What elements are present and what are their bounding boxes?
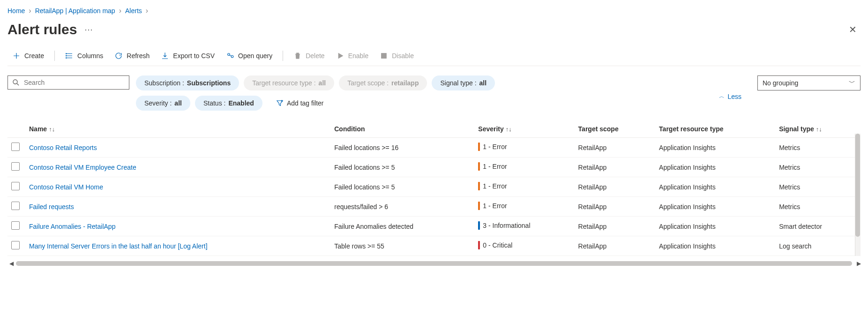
grouping-select[interactable]: No grouping ﹀ — [757, 75, 861, 90]
search-input[interactable] — [7, 75, 129, 90]
scroll-right-icon[interactable]: ▶ — [855, 260, 861, 267]
rule-signal-type: Log search — [779, 242, 811, 250]
severity-bar-icon — [478, 162, 480, 171]
severity-badge: 3 - Informational — [478, 221, 530, 230]
table-row: Contoso Retail VM HomeFailed locations >… — [7, 177, 861, 197]
more-actions-icon[interactable]: ⋯ — [84, 24, 93, 35]
rule-condition: Failed locations >= 5 — [334, 164, 395, 171]
chevron-right-icon: › — [29, 7, 31, 15]
rule-name-link[interactable]: Contoso Retail Reports — [29, 144, 97, 151]
rule-signal-type: Smart detector — [779, 223, 822, 230]
filter-signal-type[interactable]: Signal type : all — [432, 75, 495, 90]
stop-icon — [380, 52, 388, 60]
col-header-signal[interactable]: Signal type↑↓ — [775, 120, 861, 138]
row-checkbox[interactable] — [11, 162, 20, 171]
close-icon[interactable]: ✕ — [845, 22, 861, 37]
severity-bar-icon — [478, 221, 480, 230]
table-row: Many Internal Server Errors in the last … — [7, 236, 861, 256]
filter-resource-type[interactable]: Target resource type : all — [244, 75, 334, 90]
play-icon — [336, 52, 344, 60]
rule-name-link[interactable]: Failed requests — [29, 203, 74, 211]
col-header-resource-type[interactable]: Target resource type — [655, 120, 775, 138]
refresh-icon — [114, 52, 123, 60]
tag-filter-icon — [276, 99, 284, 107]
trash-icon — [293, 52, 302, 60]
add-tag-filter[interactable]: Add tag filter — [267, 95, 332, 111]
table-row: Failed requestsrequests/failed > 61 - Er… — [7, 197, 861, 217]
sort-icon: ↑↓ — [49, 126, 55, 133]
refresh-button[interactable]: Refresh — [110, 49, 154, 63]
scrollbar-horizontal-thumb[interactable] — [16, 261, 852, 266]
severity-badge: 1 - Error — [478, 143, 507, 151]
severity-bar-icon — [478, 202, 480, 210]
enable-button[interactable]: Enable — [331, 49, 374, 63]
table-row: Failure Anomalies - RetailAppFailure Ano… — [7, 217, 861, 236]
severity-bar-icon — [478, 143, 480, 151]
rule-scope: RetailApp — [578, 183, 607, 191]
severity-bar-icon — [478, 182, 480, 190]
breadcrumb: Home › RetailApp | Application map › Ale… — [7, 6, 861, 20]
rule-resource-type: Application Insights — [659, 223, 716, 230]
create-button[interactable]: Create — [7, 49, 49, 63]
sort-icon: ↑↓ — [506, 126, 512, 133]
col-header-name[interactable]: Name↑↓ — [25, 120, 330, 138]
open-query-button[interactable]: Open query — [221, 49, 277, 63]
rule-condition: Failed locations >= 16 — [334, 144, 398, 151]
filter-subscription[interactable]: Subscription : Subscriptions — [136, 75, 239, 90]
rule-condition: requests/failed > 6 — [334, 203, 388, 211]
rule-scope: RetailApp — [578, 223, 607, 230]
sort-icon: ↑↓ — [816, 126, 822, 133]
svg-point-2 — [66, 58, 67, 59]
rule-signal-type: Metrics — [779, 203, 800, 211]
rule-name-link[interactable]: Many Internal Server Errors in the last … — [29, 242, 208, 250]
table-row: Contoso Retail ReportsFailed locations >… — [7, 138, 861, 158]
columns-button[interactable]: Columns — [60, 49, 108, 63]
table-row: Contoso Retail VM Employee CreateFailed … — [7, 158, 861, 177]
less-toggle[interactable]: ︿ Less — [719, 75, 751, 100]
rule-resource-type: Application Insights — [659, 242, 716, 250]
col-header-scope[interactable]: Target scope — [575, 120, 656, 138]
scrollbar-horizontal[interactable]: ◀ ▶ — [7, 260, 861, 267]
separator — [283, 51, 283, 61]
row-checkbox[interactable] — [11, 182, 20, 190]
chevron-right-icon: › — [119, 7, 121, 15]
breadcrumb-home[interactable]: Home — [7, 7, 25, 15]
plus-icon — [12, 52, 21, 60]
delete-button[interactable]: Delete — [289, 49, 329, 63]
download-icon — [161, 52, 169, 60]
breadcrumb-alerts[interactable]: Alerts — [125, 7, 142, 15]
rule-condition: Failed locations >= 5 — [334, 183, 395, 191]
rule-signal-type: Metrics — [779, 144, 800, 151]
rule-condition: Failure Anomalies detected — [334, 223, 413, 230]
chevron-right-icon: › — [146, 7, 148, 15]
rule-name-link[interactable]: Failure Anomalies - RetailApp — [29, 223, 115, 230]
command-bar: Create Columns Refresh Export to CSV Ope… — [7, 46, 861, 66]
rule-name-link[interactable]: Contoso Retail VM Employee Create — [29, 164, 136, 171]
filter-target-scope[interactable]: Target scope : retailapp — [339, 75, 427, 90]
scroll-left-icon[interactable]: ◀ — [7, 260, 13, 267]
row-checkbox[interactable] — [11, 221, 20, 230]
col-header-condition[interactable]: Condition — [330, 120, 474, 138]
rule-resource-type: Application Insights — [659, 183, 716, 191]
severity-badge: 0 - Critical — [478, 241, 512, 249]
severity-bar-icon — [478, 241, 480, 249]
search-field[interactable] — [23, 78, 125, 87]
row-checkbox[interactable] — [11, 202, 20, 210]
search-icon — [12, 78, 20, 87]
disable-button[interactable]: Disable — [375, 49, 419, 63]
export-csv-button[interactable]: Export to CSV — [156, 49, 219, 63]
breadcrumb-appmap[interactable]: RetailApp | Application map — [35, 7, 115, 15]
rule-resource-type: Application Insights — [659, 144, 716, 151]
separator — [54, 51, 55, 61]
open-query-icon — [226, 52, 234, 60]
filter-severity[interactable]: Severity : all — [136, 96, 190, 111]
rule-name-link[interactable]: Contoso Retail VM Home — [29, 183, 103, 191]
col-header-severity[interactable]: Severity↑↓ — [474, 120, 574, 138]
scrollbar-vertical-thumb[interactable] — [855, 134, 860, 237]
row-checkbox[interactable] — [11, 241, 20, 249]
page-title: Alert rules — [7, 22, 77, 38]
filter-status[interactable]: Status : Enabled — [195, 96, 262, 111]
row-checkbox[interactable] — [11, 143, 20, 151]
alert-rules-table: Name↑↓ Condition Severity↑↓ Target scope… — [7, 120, 861, 256]
chevron-down-icon: ﹀ — [849, 79, 855, 87]
